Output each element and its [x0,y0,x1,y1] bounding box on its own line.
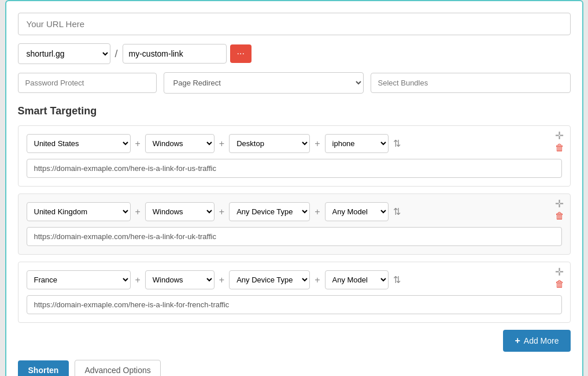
model-select-0[interactable]: iphone Any Model Samsung [325,134,389,153]
add-more-label: Add More [524,336,559,345]
page-redirect-select[interactable]: Page Redirect 301 Redirect 302 Redirect [164,72,364,94]
targeting-url-2[interactable] [27,295,562,314]
add-more-plus-icon: + [515,336,520,346]
add-more-button[interactable]: + Add More [503,330,570,352]
model-select-2[interactable]: Any Model iphone Samsung [325,270,389,289]
bottom-row: Shorten Advanced Options [18,360,571,376]
targeting-actions-1: ✛ 🗑 [555,199,564,221]
plus-icon-0c: + [313,139,321,149]
targeting-actions-0: ✛ 🗑 [555,131,564,152]
delete-button-1[interactable]: 🗑 [555,211,564,221]
os-select-0[interactable]: Windows Mac Linux Any OS [145,134,215,153]
device-select-2[interactable]: Any Device Type Desktop Mobile Tablet [229,270,310,289]
password-protect-input[interactable] [18,73,157,93]
delete-button-2[interactable]: 🗑 [555,280,564,289]
add-more-row: + Add More [18,330,571,352]
country-select-0[interactable]: United States United Kingdom France Any … [27,134,131,153]
dots-button[interactable]: ··· [230,44,252,63]
country-select-2[interactable]: France United States United Kingdom Any … [27,270,131,289]
plus-icon-0b: + [218,139,225,149]
targeting-url-1[interactable] [27,227,562,246]
os-select-2[interactable]: Windows Mac Linux Any OS [145,270,215,289]
main-card: shorturl.gg shorturl.io custom.link / ··… [5,0,583,376]
device-select-0[interactable]: Desktop Mobile Tablet Any Device Type [229,134,310,153]
plus-icon-1a: + [134,207,142,217]
slash-divider: / [114,48,119,60]
targeting-actions-2: ✛ 🗑 [555,267,564,289]
move-icon-1[interactable]: ✛ [555,199,564,209]
url-input[interactable] [18,13,571,35]
smart-targeting-title: Smart Targeting [18,105,571,117]
targeting-row-2: France United States United Kingdom Any … [27,270,562,289]
device-select-1[interactable]: Any Device Type Desktop Mobile Tablet [229,202,310,221]
domain-select[interactable]: shorturl.gg shorturl.io custom.link [18,43,110,64]
plus-icon-2c: + [313,275,321,285]
targeting-row-1: United Kingdom United States France Any … [27,202,562,221]
model-select-1[interactable]: Any Model iphone Samsung [325,202,389,221]
move-icon-2[interactable]: ✛ [555,267,564,277]
shortlink-row: shorturl.gg shorturl.io custom.link / ··… [18,43,571,64]
advanced-options-button[interactable]: Advanced Options [75,360,160,376]
country-select-1[interactable]: United Kingdom United States France Any … [27,202,131,221]
targeting-block-1: United Kingdom United States France Any … [18,193,571,255]
plus-icon-1c: + [313,207,321,217]
delete-button-0[interactable]: 🗑 [555,143,564,152]
targeting-url-0[interactable] [27,159,562,178]
swap-icon-1[interactable]: ⇅ [393,206,401,217]
plus-icon-2b: + [218,275,225,285]
swap-icon-2[interactable]: ⇅ [393,274,401,285]
plus-icon-1b: + [218,207,225,217]
options-row: Page Redirect 301 Redirect 302 Redirect [18,72,571,94]
plus-icon-0a: + [134,139,142,149]
os-select-1[interactable]: Windows Mac Linux Any OS [145,202,215,221]
plus-icon-2a: + [134,275,142,285]
targeting-block-0: United States United Kingdom France Any … [18,125,571,187]
targeting-block-2: France United States United Kingdom Any … [18,262,571,323]
move-icon-0[interactable]: ✛ [555,131,564,141]
select-bundles-input[interactable] [371,73,571,93]
targeting-row-0: United States United Kingdom France Any … [27,134,562,153]
custom-link-input[interactable] [123,44,227,64]
swap-icon-0[interactable]: ⇅ [393,138,401,149]
shorten-button[interactable]: Shorten [18,360,69,376]
